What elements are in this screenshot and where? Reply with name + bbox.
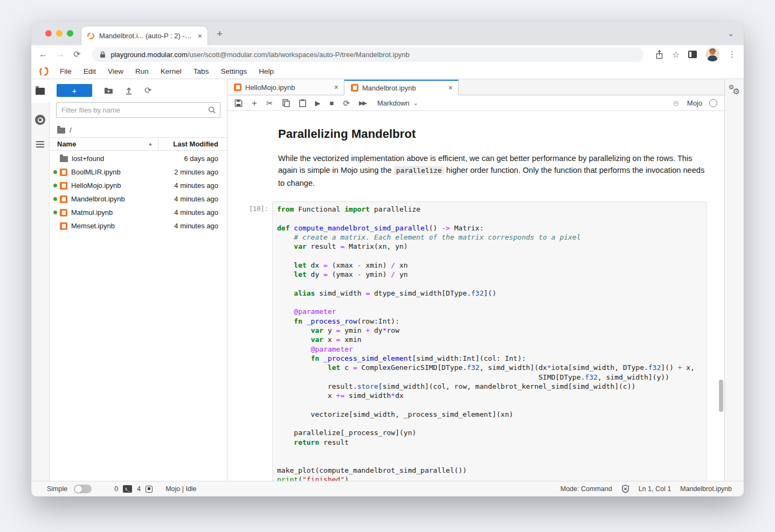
dock-tab[interactable]: Mandelbrot.ipynb×: [344, 80, 459, 95]
terminal-count[interactable]: 0: [114, 485, 118, 493]
minimize-window-button[interactable]: [56, 30, 63, 37]
running-indicator: [53, 170, 57, 174]
copy-cell-button[interactable]: [282, 99, 290, 107]
menu-run[interactable]: Run: [129, 67, 155, 75]
close-window-button[interactable]: [45, 30, 52, 37]
code-line: [277, 400, 702, 409]
menu-kernel[interactable]: Kernel: [155, 67, 188, 75]
dock-tab[interactable]: HelloMojo.ipynb×: [227, 80, 344, 95]
refresh-file-list-button[interactable]: ⟳: [144, 86, 151, 95]
menu-settings[interactable]: Settings: [214, 67, 253, 75]
column-header-modified[interactable]: Last Modified: [158, 138, 227, 150]
browser-tab-title: Mandelbrot.i... (auto-P : 2) - Ju: [99, 32, 193, 40]
new-folder-button[interactable]: [104, 87, 113, 94]
file-row[interactable]: HelloMojo.ipynb4 minutes ago: [50, 179, 227, 192]
notebook-scrollbar-thumb[interactable]: [719, 380, 723, 412]
column-header-name[interactable]: Name ▲: [50, 140, 158, 148]
add-cell-button[interactable]: +: [252, 99, 257, 108]
tab-search-chevron-icon[interactable]: ⌄: [728, 29, 734, 38]
zoom-window-button[interactable]: [67, 30, 73, 37]
kernel-name-label[interactable]: Mojo: [687, 99, 702, 107]
kernel-status-icon[interactable]: [709, 99, 717, 107]
execution-count: [10]:: [227, 201, 272, 481]
browser-tab-close-icon[interactable]: ×: [198, 32, 202, 40]
search-icon: [208, 106, 216, 114]
run-cell-button[interactable]: ▶: [315, 100, 321, 107]
statusbar-filename[interactable]: Mandelbrot.ipynb: [680, 485, 732, 493]
sidebar-tab-table-of-contents[interactable]: [36, 141, 44, 148]
code-line: var result = Matrix(xn, yn): [277, 242, 702, 251]
property-inspector-icon[interactable]: ⚙ ⚙: [729, 85, 741, 96]
notebook-mode-label[interactable]: Mode: Command: [561, 485, 612, 493]
browser-tab[interactable]: Mandelbrot.i... (auto-P : 2) - Ju ×: [81, 26, 208, 45]
menu-edit[interactable]: Edit: [78, 67, 102, 75]
cursor-position-label[interactable]: Ln 1, Col 1: [639, 485, 671, 493]
reload-button[interactable]: ⟳: [73, 50, 80, 59]
markdown-cell[interactable]: Parallelizing Mandelbrot While the vecto…: [278, 127, 705, 189]
file-row[interactable]: BoolMLIR.ipynb2 minutes ago: [50, 165, 227, 179]
back-button[interactable]: ←: [39, 50, 47, 59]
activity-bar: [31, 79, 50, 481]
side-panel-icon[interactable]: [688, 51, 697, 58]
stop-kernel-button[interactable]: ■: [330, 100, 334, 107]
code-line: return result: [277, 438, 702, 447]
url-text: playground.modular.com/user/scott@modula…: [110, 51, 409, 59]
menu-view[interactable]: View: [102, 67, 129, 75]
code-line: [277, 298, 702, 307]
file-row[interactable]: Matmul.ipynb4 minutes ago: [50, 206, 227, 219]
filter-files-input[interactable]: [56, 102, 220, 118]
dock-tab-label: HelloMojo.ipynb: [245, 83, 330, 92]
sidebar-tab-running-kernels[interactable]: [35, 115, 45, 125]
sort-ascending-icon: ▲: [148, 142, 153, 146]
browser-menu-icon[interactable]: ⋮: [728, 50, 736, 59]
simple-mode-toggle[interactable]: [74, 485, 92, 493]
file-row[interactable]: Memset.ipynb4 minutes ago: [50, 219, 227, 233]
notebook-icon: [60, 169, 67, 176]
save-button[interactable]: [234, 99, 243, 107]
browser-urlbar: ← → ⟳ playground.modular.com/user/scott@…: [31, 45, 744, 64]
debugger-icon[interactable]: [672, 99, 680, 107]
code-line: SIMD[DType.f32, simd_width](y)): [277, 373, 702, 382]
forward-button[interactable]: →: [56, 50, 65, 59]
paste-cell-button[interactable]: [299, 99, 306, 107]
sidebar-tab-files[interactable]: [31, 79, 50, 103]
cell-type-dropdown[interactable]: Markdown ⌄: [377, 99, 418, 107]
address-bar[interactable]: playground.modular.com/user/scott@modula…: [92, 47, 643, 62]
folder-icon: [36, 88, 45, 95]
file-row[interactable]: Mandelbrot.ipynb4 minutes ago: [50, 192, 227, 206]
menu-help[interactable]: Help: [253, 67, 280, 75]
breadcrumb: /: [50, 123, 227, 137]
notebook-icon: [60, 209, 67, 216]
tab-close-icon[interactable]: ×: [334, 83, 338, 92]
jupyterlab-menubar: FileEditViewRunKernelTabsSettingsHelp: [31, 64, 744, 79]
file-name: HelloMojo.ipynb: [71, 181, 174, 190]
cut-cell-button[interactable]: ✂: [266, 99, 273, 107]
share-icon[interactable]: [655, 50, 663, 59]
profile-avatar[interactable]: [705, 47, 719, 61]
home-folder-icon[interactable]: [57, 128, 65, 134]
breadcrumb-root[interactable]: /: [70, 126, 72, 134]
new-launcher-button[interactable]: +: [57, 84, 92, 97]
markdown-heading: Parallelizing Mandelbrot: [278, 127, 705, 141]
restart-run-all-button[interactable]: ▶▶: [359, 100, 366, 106]
code-line: [277, 419, 702, 428]
upload-button[interactable]: [125, 87, 133, 95]
menu-tabs[interactable]: Tabs: [188, 67, 215, 75]
kernel-count[interactable]: 4: [137, 485, 141, 493]
running-indicator: [53, 197, 57, 201]
right-sidebar: ⚙ ⚙: [724, 79, 744, 481]
file-name: Memset.ipynb: [71, 222, 174, 230]
terminal-icon: s_: [123, 485, 132, 493]
code-line: alias simd_width = dtype_simd_width[DTyp…: [277, 289, 702, 298]
code-editor[interactable]: from Functional import parallelize def c…: [272, 201, 707, 481]
browser-action-icons: ☆ ⋮: [655, 47, 736, 61]
new-tab-button[interactable]: +: [217, 28, 223, 40]
bookmark-star-icon[interactable]: ☆: [672, 50, 680, 60]
kernel-status-label[interactable]: Mojo | Idle: [165, 485, 196, 493]
file-row[interactable]: lost+found6 days ago: [50, 152, 227, 165]
dock-panel: HelloMojo.ipynb×Mandelbrot.ipynb× + ✂ ▶ …: [227, 79, 724, 481]
tab-close-icon[interactable]: ×: [448, 83, 453, 92]
menu-file[interactable]: File: [54, 67, 78, 75]
restart-kernel-button[interactable]: ⟳: [343, 99, 350, 107]
trust-shield-icon[interactable]: [621, 485, 629, 493]
